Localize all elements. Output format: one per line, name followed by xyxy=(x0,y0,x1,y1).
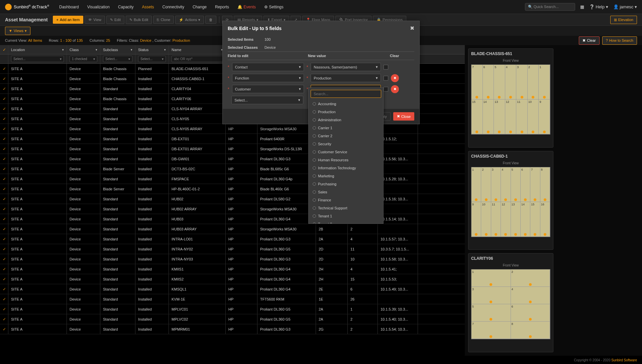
dropdown-option[interactable]: Customer Service xyxy=(309,148,383,156)
nav-reports[interactable]: Reports xyxy=(215,5,229,9)
modal-close-icon[interactable]: ✖ xyxy=(410,25,414,31)
nav-events[interactable]: 🔔 Events xyxy=(237,5,256,9)
cell: Installed xyxy=(135,94,169,104)
dropdown-option[interactable]: Production xyxy=(309,108,383,116)
dropdown-option[interactable]: Sales xyxy=(309,188,383,196)
table-row[interactable]: ✓SITE ADeviceStandardInstalledHUB03 ARRA… xyxy=(0,224,465,234)
add-item-button[interactable]: + Add an Item xyxy=(53,16,84,24)
nav-change[interactable]: Change xyxy=(193,5,207,9)
filter-cell[interactable] xyxy=(0,54,8,63)
logo[interactable]: Sunbird® dcTrack® xyxy=(5,4,49,10)
field-select[interactable]: Contact ▾ xyxy=(232,63,304,71)
column-header[interactable]: Location ▾ xyxy=(8,45,67,54)
dropdown-option[interactable]: Technical Support xyxy=(309,204,383,212)
clone-button[interactable]: ⎘ Clone xyxy=(153,16,174,24)
elevation-button[interactable]: ⊞ Elevation xyxy=(610,16,637,24)
table-row[interactable]: ✓SITE ADeviceStandardInstalledINTRA-NY03… xyxy=(0,254,465,264)
field-select[interactable]: Select... ▾ xyxy=(231,96,303,104)
footer-link[interactable]: Sunbird Software xyxy=(611,358,637,362)
remove-field-button[interactable]: ✖ xyxy=(391,85,399,93)
dropdown-option[interactable]: Finance xyxy=(309,196,383,204)
calendar-icon[interactable]: ▦ xyxy=(580,4,584,9)
table-row[interactable]: ✓SITE ADeviceStandardInstalledHUB03HPPro… xyxy=(0,214,465,224)
clear-checkbox[interactable] xyxy=(384,87,388,92)
cell: Installed xyxy=(135,324,169,334)
filter-cell[interactable]: 1 checked ▾ xyxy=(67,54,100,63)
table-row[interactable]: ✓SITE ADeviceStandardInstalledKMSQL1HPPr… xyxy=(0,284,465,294)
column-header[interactable]: ✓ xyxy=(0,45,8,54)
cell: TFT5600 RKM xyxy=(257,294,316,304)
global-search[interactable]: 🔍 Quick Search... xyxy=(525,3,575,11)
view-button[interactable]: 👁 View xyxy=(85,16,105,24)
table-row[interactable]: ✓SITE ADeviceStandardInstalledCLS-NY05 A… xyxy=(0,124,465,134)
cell: HP xyxy=(226,264,257,274)
clear-button[interactable]: ✖ Clear xyxy=(579,36,599,45)
dropdown-option[interactable]: Human Resources xyxy=(309,156,383,164)
dropdown-option[interactable]: Security xyxy=(309,140,383,148)
field-select[interactable]: Function ▾ xyxy=(232,74,304,82)
column-header[interactable]: Subclass ▾ xyxy=(100,45,135,54)
filter-cell[interactable]: Select... ▾ xyxy=(135,54,169,63)
table-row[interactable]: ✓SITE ADeviceStandardInstalledHUB02 ARRA… xyxy=(0,204,465,214)
dropdown-option[interactable]: Tenant 2 xyxy=(309,220,383,223)
dropdown-option[interactable]: Administration xyxy=(309,116,383,124)
value-select[interactable]: Production ▾ xyxy=(311,74,381,82)
nav-visualization[interactable]: Visualization xyxy=(87,5,110,9)
user-menu[interactable]: 👤 jamesc ▾ xyxy=(613,4,637,9)
rack-view[interactable]: 76543211514131211109 xyxy=(471,64,550,135)
views-dropdown[interactable]: ▼ Views ▾ xyxy=(5,27,30,35)
table-row[interactable]: ✓SITE ADeviceStandardInstalledDB-EXT01 A… xyxy=(0,144,465,154)
table-row[interactable]: ✓SITE ADeviceStandardInstalledMPLVC01HPP… xyxy=(0,304,465,314)
edit-button[interactable]: ✎ Edit xyxy=(106,16,124,24)
nav-connectivity[interactable]: Connectivity xyxy=(163,5,184,9)
column-header[interactable]: Class ▾ xyxy=(67,45,100,54)
dropdown-option[interactable]: Carrier 2 xyxy=(309,132,383,140)
table-row[interactable]: ✓SITE ADeviceStandardInstalledDB-GWI01HP… xyxy=(0,154,465,164)
nav-capacity[interactable]: Capacity xyxy=(118,5,134,9)
table-row[interactable]: ✓SITE ADeviceStandardInstalledMPMRM01HPP… xyxy=(0,324,465,334)
dropdown-option[interactable]: Accounting xyxy=(309,100,383,108)
delete-button[interactable]: 🗑 xyxy=(205,16,216,24)
table-row[interactable]: ✓SITE ADeviceStandardInstalledINTRA-LO01… xyxy=(0,234,465,244)
filter-cell[interactable]: Select... ▾ xyxy=(100,54,135,63)
table-row[interactable]: ✓SITE ADeviceStandardInstalledKVM-1EHPTF… xyxy=(0,294,465,304)
table-row[interactable]: ✓SITE ADeviceStandardInstalledHUB02HPPro… xyxy=(0,194,465,204)
clear-checkbox[interactable] xyxy=(384,65,388,69)
nav-dashboard[interactable]: Dashboard xyxy=(59,5,79,9)
close-button[interactable]: ✖ Close xyxy=(393,112,414,121)
bulk-edit-button[interactable]: ✎ Bulk Edit xyxy=(126,16,152,24)
table-row[interactable]: ✓SITE ADeviceStandardInstalledFMSPACEHPP… xyxy=(0,174,465,184)
rack-view[interactable]: 12345678 xyxy=(471,269,550,339)
how-to-search-button[interactable]: ? How to Search xyxy=(602,36,637,45)
actions-button[interactable]: ⚡ Actions ▾ xyxy=(175,16,204,24)
rack-view[interactable]: 12345678910111213141516 xyxy=(471,167,550,237)
table-row[interactable]: ✓SITE ADeviceStandardInstalledKMIIS2HPPr… xyxy=(0,274,465,284)
cell: SITE A xyxy=(8,224,67,234)
dropdown-option[interactable]: Tenant 1 xyxy=(309,212,383,220)
nav-assets[interactable]: Assets xyxy=(142,5,154,9)
dropdown-option[interactable]: Marketing xyxy=(309,172,383,180)
cell xyxy=(378,124,418,134)
table-row[interactable]: ✓SITE ADeviceStandardInstalledDB-EXT01HP… xyxy=(0,134,465,144)
cell: Installed xyxy=(135,124,169,134)
table-row[interactable]: ✓SITE ADeviceBlade ServerInstalledDCT3-B… xyxy=(0,164,465,174)
dropdown-option[interactable]: Purchasing xyxy=(309,180,383,188)
cell: ✓ xyxy=(0,254,8,264)
nav-settings[interactable]: ⚙ Settings xyxy=(264,5,284,9)
help-menu[interactable]: ❔ Help ▾ xyxy=(589,4,608,9)
filter-cell[interactable] xyxy=(169,54,226,63)
field-select[interactable]: Customer ▾ xyxy=(232,85,304,93)
filter-cell[interactable]: Select... ▾ xyxy=(8,54,67,63)
clear-checkbox[interactable] xyxy=(384,76,388,80)
remove-field-button[interactable]: ✖ xyxy=(391,74,399,82)
column-header[interactable]: Name ▾ xyxy=(169,45,226,54)
dropdown-option[interactable]: Carrier 1 xyxy=(309,124,383,132)
table-row[interactable]: ✓SITE ADeviceStandardInstalledKMIIS1HPPr… xyxy=(0,264,465,274)
table-row[interactable]: ✓SITE ADeviceStandardInstalledMPLVC02HPP… xyxy=(0,314,465,324)
table-row[interactable]: ✓SITE ADeviceBlade ServerInstalledHP-BL4… xyxy=(0,184,465,194)
dropdown-search-input[interactable] xyxy=(311,90,381,98)
column-header[interactable]: Status ▾ xyxy=(135,45,169,54)
dropdown-option[interactable]: Information Technology xyxy=(309,164,383,172)
table-row[interactable]: ✓SITE ADeviceStandardInstalledINTRA-NY02… xyxy=(0,244,465,254)
value-select[interactable]: Nassoura, Samer(samern) ▾ xyxy=(311,63,381,71)
